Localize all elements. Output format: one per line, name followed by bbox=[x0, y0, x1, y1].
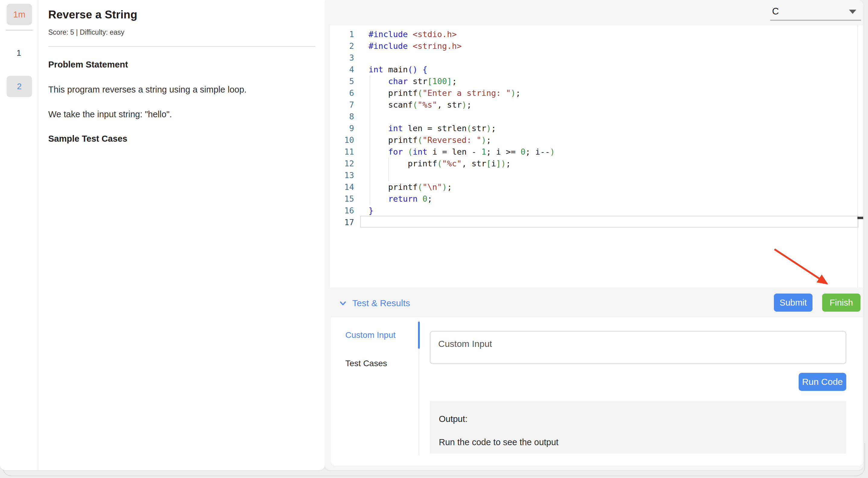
line-number: 10 bbox=[330, 134, 362, 146]
test-results-label: Test & Results bbox=[352, 298, 410, 308]
scrollbar-handle[interactable] bbox=[858, 217, 863, 219]
run-code-button[interactable]: Run Code bbox=[799, 373, 846, 391]
custom-input-field[interactable] bbox=[430, 331, 846, 364]
question-nav-2[interactable]: 2 bbox=[7, 76, 32, 97]
code-text: printf("Enter a string: "); bbox=[362, 87, 521, 99]
code-text: int len = strlen(str); bbox=[362, 123, 496, 134]
code-text bbox=[362, 111, 369, 123]
line-number: 2 bbox=[330, 40, 362, 52]
problem-meta: Score: 5 | Difficulty: easy bbox=[48, 28, 124, 36]
line-number: 8 bbox=[330, 111, 362, 123]
code-text: scanf("%s", str); bbox=[362, 99, 471, 111]
code-line[interactable]: 10 printf("Reversed: "); bbox=[330, 134, 863, 146]
code-line[interactable]: 8 bbox=[330, 111, 863, 123]
language-value: C bbox=[772, 6, 779, 17]
tab-test-cases[interactable]: Test Cases bbox=[345, 358, 387, 368]
output-placeholder: Run the code to see the output bbox=[439, 437, 837, 447]
code-line[interactable]: 2#include <string.h> bbox=[330, 40, 863, 52]
line-number: 14 bbox=[330, 181, 362, 193]
timer-divider bbox=[6, 30, 33, 30]
code-text: } bbox=[362, 205, 373, 216]
problem-statement-heading: Problem Statement bbox=[48, 60, 128, 70]
code-line[interactable]: 12 printf("%c", str[i]); bbox=[330, 158, 863, 169]
problem-divider bbox=[48, 46, 315, 47]
code-text: printf("%c", str[i]); bbox=[362, 158, 510, 169]
code-text bbox=[362, 52, 369, 64]
code-text: for (int i = len - 1; i >= 0; i--) bbox=[362, 146, 555, 158]
line-number: 11 bbox=[330, 146, 362, 158]
line-number: 5 bbox=[330, 75, 362, 87]
code-text bbox=[362, 169, 369, 181]
question-nav-1[interactable]: 1 bbox=[0, 48, 38, 58]
sample-test-cases-heading: Sample Test Cases bbox=[48, 134, 127, 144]
tab-custom-input[interactable]: Custom Input bbox=[345, 330, 396, 340]
code-text: #include <stdio.h> bbox=[362, 28, 457, 40]
code-line[interactable]: 3 bbox=[330, 52, 863, 64]
line-number: 6 bbox=[330, 87, 362, 99]
page: 1m 12 Reverse a String Score: 5 | Diffic… bbox=[0, 0, 868, 478]
code-line[interactable]: 17 bbox=[330, 216, 863, 228]
line-number: 4 bbox=[330, 64, 362, 75]
problem-title: Reverse a String bbox=[48, 8, 137, 21]
chevron-down-icon bbox=[338, 298, 348, 308]
problem-card: 1m 12 Reverse a String Score: 5 | Diffic… bbox=[0, 0, 325, 470]
code-line[interactable]: 1#include <stdio.h> bbox=[330, 28, 863, 40]
code-line[interactable]: 5 char str[100]; bbox=[330, 75, 863, 87]
code-line[interactable]: 15 return 0; bbox=[330, 193, 863, 205]
problem-paragraph-1: This program reverses a string using a s… bbox=[48, 85, 247, 95]
line-number: 3 bbox=[330, 52, 362, 64]
output-box: Output: Run the code to see the output bbox=[430, 401, 846, 453]
sidebar-divider bbox=[38, 0, 38, 470]
code-text: #include <string.h> bbox=[362, 40, 462, 52]
line-number: 17 bbox=[330, 216, 362, 228]
code-editor[interactable]: 1#include <stdio.h>2#include <string.h>3… bbox=[330, 25, 863, 287]
code-text: return 0; bbox=[362, 193, 432, 205]
line-number: 7 bbox=[330, 99, 362, 111]
code-line[interactable]: 16} bbox=[330, 205, 863, 216]
code-line[interactable]: 11 for (int i = len - 1; i >= 0; i--) bbox=[330, 146, 863, 158]
line-number: 12 bbox=[330, 158, 362, 169]
timer-value: 1m bbox=[13, 10, 25, 20]
code-text bbox=[362, 216, 369, 228]
code-text: printf("Reversed: "); bbox=[362, 134, 491, 146]
scrollbar-track bbox=[858, 25, 858, 287]
code-line[interactable]: 13 bbox=[330, 169, 863, 181]
code-line[interactable]: 6 printf("Enter a string: "); bbox=[330, 87, 863, 99]
dropdown-arrow-icon bbox=[849, 10, 856, 14]
line-number: 16 bbox=[330, 205, 362, 216]
line-number: 9 bbox=[330, 123, 362, 134]
line-number: 15 bbox=[330, 193, 362, 205]
active-tab-indicator bbox=[418, 321, 420, 349]
line-number: 1 bbox=[330, 28, 362, 40]
test-results-toggle[interactable]: Test & Results bbox=[338, 297, 410, 310]
code-line[interactable]: 7 scanf("%s", str); bbox=[330, 99, 863, 111]
code-text: char str[100]; bbox=[362, 75, 457, 87]
problem-paragraph-2: We take the input string: "hello". bbox=[48, 109, 172, 120]
code-line[interactable]: 4int main() { bbox=[330, 64, 863, 75]
language-select[interactable]: C bbox=[770, 4, 861, 21]
code-line[interactable]: 14 printf("\n"); bbox=[330, 181, 863, 193]
submit-button[interactable]: Submit bbox=[774, 294, 812, 312]
code-text: printf("\n"); bbox=[362, 181, 452, 193]
code-line[interactable]: 9 int len = strlen(str); bbox=[330, 123, 863, 134]
finish-button[interactable]: Finish bbox=[822, 294, 861, 312]
timer-badge: 1m bbox=[7, 4, 32, 25]
output-label: Output: bbox=[439, 414, 837, 424]
line-number: 13 bbox=[330, 169, 362, 181]
code-text: int main() { bbox=[362, 64, 427, 75]
